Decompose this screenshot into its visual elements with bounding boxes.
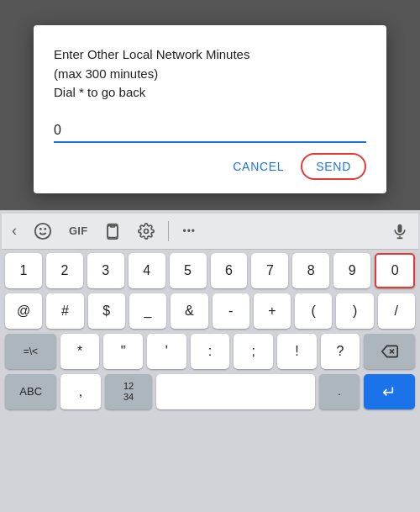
key-quote-double[interactable]: " <box>103 334 143 369</box>
dialog-message-line2: (max 300 minutes) <box>54 66 158 81</box>
key-6[interactable]: 6 <box>211 253 248 288</box>
key-colon[interactable]: : <box>191 334 230 369</box>
keyboard-settings-button[interactable] <box>131 219 161 243</box>
key-asterisk[interactable]: * <box>60 334 100 369</box>
key-open-paren[interactable]: ( <box>295 293 332 329</box>
key-8[interactable]: 8 <box>292 253 329 288</box>
key-1[interactable]: 1 <box>5 253 42 288</box>
symbol-row: @ # $ _ & - + ( ) / <box>2 293 418 329</box>
key-minus[interactable]: - <box>213 293 249 329</box>
svg-point-0 <box>35 223 50 238</box>
mixed-row: =\< * " ' : ; ! ? <box>2 334 418 369</box>
key-quote-single[interactable]: ' <box>147 334 186 369</box>
key-hash[interactable]: # <box>46 293 83 329</box>
dialog-input-row <box>54 119 366 143</box>
dialog-message-line1: Enter Other Local Network Minutes <box>54 47 249 61</box>
key-dot[interactable]: . <box>319 374 359 409</box>
dialog-message: Enter Other Local Network Minutes (max 3… <box>54 45 366 103</box>
send-button[interactable]: SEND <box>301 153 366 180</box>
keyboard-back-button[interactable]: ‹ <box>5 219 24 243</box>
key-4[interactable]: 4 <box>129 253 165 288</box>
key-3[interactable]: 3 <box>87 253 124 288</box>
key-dollar[interactable]: $ <box>88 293 125 329</box>
cancel-button[interactable]: CANCEL <box>223 153 294 180</box>
key-close-paren[interactable]: ) <box>336 293 373 329</box>
dialog-input[interactable] <box>54 119 366 143</box>
toolbar-divider <box>168 221 169 241</box>
key-comma[interactable]: , <box>60 374 100 409</box>
dialog-box: Enter Other Local Network Minutes (max 3… <box>34 25 386 193</box>
key-exclaim[interactable]: ! <box>277 334 317 369</box>
bottom-row: ABC , 1234 . ↵ <box>2 374 418 409</box>
key-slash[interactable]: / <box>378 293 415 329</box>
key-equals-backslash[interactable]: =\< <box>5 334 56 369</box>
key-enter[interactable]: ↵ <box>364 374 415 409</box>
svg-point-5 <box>144 229 149 233</box>
key-numpad-toggle[interactable]: 1234 <box>105 374 153 409</box>
keyboard-toolbar: ‹ GIF ••• <box>2 214 418 250</box>
keyboard-mic-button[interactable] <box>385 219 415 243</box>
number-row: 1 2 3 4 5 6 7 8 9 0 <box>2 253 418 288</box>
key-9[interactable]: 9 <box>333 253 370 288</box>
key-question[interactable]: ? <box>321 334 360 369</box>
key-plus[interactable]: + <box>254 293 291 329</box>
keyboard-emoji-button[interactable] <box>27 219 59 244</box>
dialog-actions: CANCEL SEND <box>54 153 366 180</box>
keyboard-clipboard-button[interactable] <box>97 219 128 243</box>
svg-rect-6 <box>398 224 402 232</box>
key-0[interactable]: 0 <box>375 253 415 288</box>
dialog-overlay: Enter Other Local Network Minutes (max 3… <box>0 0 420 210</box>
key-5[interactable]: 5 <box>170 253 207 288</box>
key-at[interactable]: @ <box>5 293 42 329</box>
key-7[interactable]: 7 <box>251 253 288 288</box>
keyboard: ‹ GIF ••• <box>0 210 420 513</box>
keyboard-more-button[interactable]: ••• <box>176 222 202 240</box>
key-abc[interactable]: ABC <box>5 374 56 409</box>
key-delete[interactable] <box>364 334 415 369</box>
dialog-message-line3: Dial * to go back <box>54 85 145 99</box>
keyboard-gif-button[interactable]: GIF <box>62 221 94 240</box>
key-semicolon[interactable]: ; <box>234 334 273 369</box>
key-underscore[interactable]: _ <box>129 293 166 329</box>
key-space[interactable] <box>156 374 315 409</box>
key-2[interactable]: 2 <box>46 253 83 288</box>
key-ampersand[interactable]: & <box>171 293 207 329</box>
